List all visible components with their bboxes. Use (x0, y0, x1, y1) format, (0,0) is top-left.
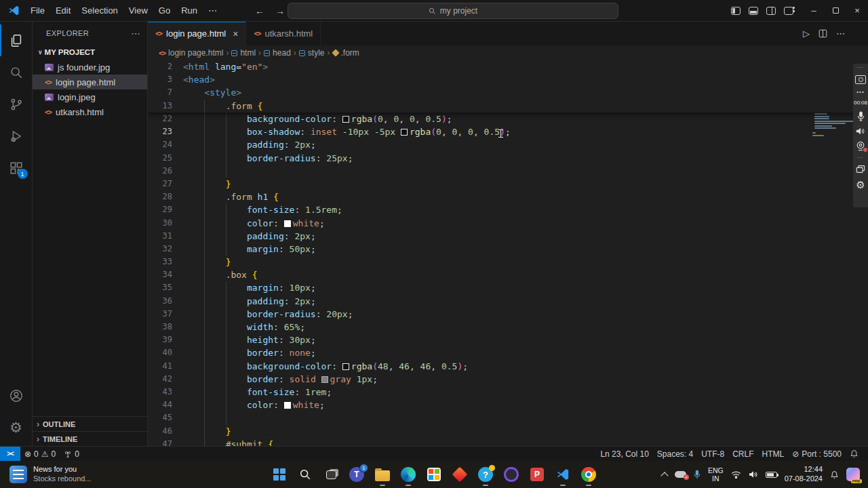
widgets-button[interactable]: News for you Stocks rebound... (0, 465, 92, 484)
tray-microphone-icon[interactable] (694, 470, 701, 479)
code-line[interactable]: 30color: white; (148, 217, 868, 230)
copilot-icon[interactable]: PRE (846, 468, 860, 481)
menu-more-icon[interactable]: ⋯ (203, 3, 222, 18)
search-sidebar-icon[interactable] (0, 56, 33, 88)
settings-gear-icon[interactable]: ⚙ (0, 411, 33, 443)
code-line[interactable]: 23box-shadow: inset -10px -5px rgba(0, 0… (148, 125, 868, 138)
recorder-settings-icon[interactable]: ⚙ (856, 179, 865, 191)
menu-item-run[interactable]: Run (176, 3, 203, 18)
breadcrumb-item[interactable]: .form (333, 48, 359, 58)
file-row[interactable]: <>login page.html (33, 75, 147, 89)
extensions-icon[interactable]: 1 (0, 152, 33, 184)
code-line[interactable]: 39height: 30px; (148, 333, 868, 346)
webcam-icon[interactable] (856, 141, 865, 151)
forward-button[interactable]: → (275, 5, 285, 16)
tray-notifications-icon[interactable] (830, 470, 839, 479)
speaker-icon[interactable] (856, 127, 865, 136)
code-line[interactable]: 43font-size: 1rem; (148, 386, 868, 399)
folder-root-row[interactable]: ∨ MY PROJECT (33, 45, 147, 60)
screens-icon[interactable] (856, 165, 865, 174)
menu-item-go[interactable]: Go (153, 3, 176, 18)
command-center-search[interactable]: my project (288, 3, 618, 19)
customize-layout-icon[interactable] (784, 7, 793, 15)
volume-icon[interactable] (749, 470, 758, 479)
problems-status[interactable]: ⊗ 0 ⚠ 0 (20, 447, 60, 462)
code-line[interactable]: 40border: none; (148, 346, 868, 359)
code-line[interactable]: 7<style> (148, 86, 868, 99)
run-file-button[interactable]: ▷ (803, 28, 810, 39)
back-button[interactable]: ← (255, 5, 264, 16)
code-line[interactable]: 31padding: 2px; (148, 230, 868, 243)
cursor-position[interactable]: Ln 23, Col 10 (596, 447, 652, 462)
maximize-button[interactable] (825, 0, 846, 22)
code-line[interactable]: 42border: solid gray 1px; (148, 373, 868, 386)
start-button[interactable] (271, 466, 288, 483)
remote-indicator[interactable]: >< (0, 447, 20, 462)
live-server-port[interactable]: ⊘ Port : 5500 (788, 447, 846, 462)
close-button[interactable]: × (846, 0, 868, 22)
toggle-sidebar-icon[interactable] (731, 7, 741, 15)
menu-item-view[interactable]: View (123, 3, 153, 18)
minimize-button[interactable]: – (803, 0, 825, 22)
editor-more-actions[interactable]: ⋯ (836, 28, 845, 39)
code-lines[interactable]: 22background-color: rgba(0, 0, 0, 0.5);2… (148, 113, 868, 446)
section-timeline[interactable]: ›TIMELINE (33, 431, 147, 446)
code-line[interactable]: 28.form h1 { (148, 190, 868, 203)
language-indicator[interactable]: ENG IN (708, 466, 724, 483)
explorer-more-actions[interactable]: ⋯ (132, 28, 140, 39)
code-line[interactable]: 13.form { (148, 100, 868, 113)
code-line[interactable]: 3<head> (148, 73, 868, 86)
vscode-taskbar-icon[interactable] (555, 466, 571, 483)
encoding-status[interactable]: UTF-8 (697, 447, 728, 462)
language-mode[interactable]: HTML (758, 447, 789, 462)
file-row[interactable]: login.jpeg (33, 89, 147, 104)
tab-utkarsh-html[interactable]: <>utkarsh.html (246, 22, 321, 45)
section-outline[interactable]: ›OUTLINE (33, 416, 147, 431)
diamond-app-icon[interactable] (452, 466, 468, 483)
code-line[interactable]: 36padding: 2px; (148, 295, 868, 308)
code-line[interactable]: 25border-radius: 25px; (148, 152, 868, 165)
quiz-app-icon[interactable]: ? (477, 466, 494, 483)
menu-item-selection[interactable]: Selection (76, 3, 123, 18)
source-control-icon[interactable] (0, 88, 33, 120)
toggle-panel-icon[interactable] (749, 7, 758, 15)
file-explorer-icon[interactable] (374, 466, 391, 483)
clock[interactable]: 12:44 07-08-2024 (785, 465, 823, 484)
breadcrumb-item[interactable]: head (264, 48, 291, 58)
microphone-icon[interactable] (857, 111, 865, 121)
code-line[interactable]: 26 (148, 165, 868, 178)
taskbar-search-icon[interactable] (297, 466, 313, 483)
sticky-scroll[interactable]: 2<html lang="en">3<head>7<style>13.form … (148, 60, 868, 113)
code-line[interactable]: 27} (148, 178, 868, 190)
teams-icon[interactable]: T1 (349, 466, 365, 483)
code-line[interactable]: 47#submit { (148, 438, 868, 446)
onedrive-icon[interactable] (675, 471, 686, 478)
notifications-bell[interactable] (846, 447, 863, 462)
code-line[interactable]: 41background-color: rgba(48, 46, 46, 0.5… (148, 360, 868, 373)
code-line[interactable]: 32margin: 50px; (148, 243, 868, 256)
account-icon[interactable] (0, 380, 33, 411)
tab-login-page-html[interactable]: <>login page.html× (148, 22, 246, 45)
tab-close-icon[interactable]: × (233, 28, 238, 39)
wifi-icon[interactable] (731, 471, 741, 479)
code-line[interactable]: 35margin: 10px; (148, 281, 868, 294)
code-line[interactable]: 38width: 65%; (148, 321, 868, 333)
recorder-more-icon[interactable]: ••• (856, 89, 864, 94)
code-line[interactable]: 2<html lang="en"> (148, 60, 868, 73)
code-line[interactable]: 46} (148, 425, 868, 438)
indentation-status[interactable]: Spaces: 4 (653, 447, 697, 462)
code-line[interactable]: 45 (148, 411, 868, 424)
menu-item-file[interactable]: File (25, 3, 50, 18)
split-editor-icon[interactable] (818, 29, 827, 38)
code-editor[interactable]: 2<html lang="en">3<head>7<style>13.form … (148, 60, 868, 446)
task-view-icon[interactable] (323, 466, 339, 483)
file-row[interactable]: <>utkarsh.html (33, 104, 147, 119)
purple-app-icon[interactable] (503, 466, 519, 483)
breadcrumb-item[interactable]: style (299, 48, 325, 58)
microsoft-store-icon[interactable] (426, 466, 442, 483)
toggle-secondary-sidebar-icon[interactable] (766, 7, 776, 15)
breadcrumb-item[interactable]: html (231, 48, 256, 58)
battery-icon[interactable] (766, 472, 777, 478)
code-line[interactable]: 44color: white; (148, 399, 868, 411)
breadcrumb-item[interactable]: <>login page.html (159, 48, 223, 58)
